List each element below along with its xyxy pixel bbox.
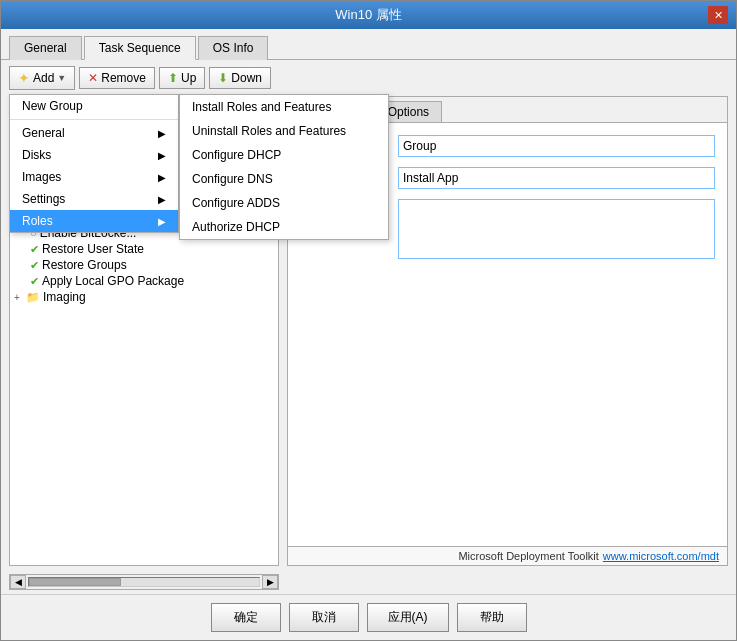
menu-item-configure-dns[interactable]: Configure DNS xyxy=(180,167,388,191)
h-scrollbar-thumb[interactable] xyxy=(29,578,121,586)
remove-button[interactable]: ✕ Remove xyxy=(79,67,155,89)
name-input[interactable] xyxy=(398,167,715,189)
tab-bar: General Task Sequence OS Info xyxy=(1,29,736,60)
toolbar: ✦ Add ▼ ✕ Remove ⬆ Up ⬇ Down New Group G… xyxy=(1,60,736,96)
remove-icon: ✕ xyxy=(88,71,98,85)
tab-task-sequence[interactable]: Task Sequence xyxy=(84,36,196,60)
submenu-arrow-roles: ▶ xyxy=(158,216,166,227)
expand-icon-imaging: + xyxy=(14,292,26,303)
ok-button[interactable]: 确定 xyxy=(211,603,281,632)
submenu-arrow-images: ▶ xyxy=(158,172,166,183)
h-scrollbar-track[interactable] xyxy=(28,577,260,587)
check-green-icon-rg: ✔ xyxy=(30,259,39,272)
submenu-arrow-general: ▶ xyxy=(158,128,166,139)
up-button[interactable]: ⬆ Up xyxy=(159,67,205,89)
tab-general[interactable]: General xyxy=(9,36,82,60)
add-dropdown-menu: New Group General ▶ Disks ▶ Images ▶ Set… xyxy=(9,94,179,233)
tree-item-restore-groups[interactable]: ✔ Restore Groups xyxy=(10,257,278,273)
submenu-arrow-settings: ▶ xyxy=(158,194,166,205)
help-button[interactable]: 帮助 xyxy=(457,603,527,632)
add-dropdown-arrow: ▼ xyxy=(57,73,66,83)
menu-item-uninstall-roles[interactable]: Uninstall Roles and Features xyxy=(180,119,388,143)
tree-item-imaging[interactable]: + 📁 Imaging xyxy=(10,289,278,305)
check-green-icon-ru: ✔ xyxy=(30,243,39,256)
menu-item-settings[interactable]: Settings ▶ xyxy=(10,188,178,210)
window-title: Win10 属性 xyxy=(29,6,708,24)
menu-item-configure-adds[interactable]: Configure ADDS xyxy=(180,191,388,215)
title-bar: Win10 属性 ✕ xyxy=(1,1,736,29)
close-button[interactable]: ✕ xyxy=(708,6,728,24)
menu-item-images[interactable]: Images ▶ xyxy=(10,166,178,188)
add-button[interactable]: ✦ Add ▼ xyxy=(9,66,75,90)
menu-item-authorize-dhcp[interactable]: Authorize DHCP xyxy=(180,215,388,239)
h-scrollbar-container: ◀ ▶ xyxy=(9,574,279,590)
menu-item-disks[interactable]: Disks ▶ xyxy=(10,144,178,166)
check-green-icon-al: ✔ xyxy=(30,275,39,288)
folder-icon-imaging: 📁 xyxy=(26,291,40,304)
scroll-right-button[interactable]: ▶ xyxy=(262,575,278,589)
scrollbar-area: ◀ ▶ xyxy=(1,574,736,594)
up-icon: ⬆ xyxy=(168,71,178,85)
menu-item-general[interactable]: General ▶ xyxy=(10,122,178,144)
main-dialog: Win10 属性 ✕ General Task Sequence OS Info… xyxy=(0,0,737,641)
menu-item-configure-dhcp[interactable]: Configure DHCP xyxy=(180,143,388,167)
tab-os-info[interactable]: OS Info xyxy=(198,36,269,60)
menu-item-new-group[interactable]: New Group xyxy=(10,95,178,117)
mdt-bar: Microsoft Deployment Toolkit www.microso… xyxy=(288,546,727,565)
apply-button[interactable]: 应用(A) xyxy=(367,603,449,632)
type-input[interactable] xyxy=(398,135,715,157)
submenu-arrow-disks: ▶ xyxy=(158,150,166,161)
roles-submenu: Install Roles and Features Uninstall Rol… xyxy=(179,94,389,240)
tree-item-restore-user[interactable]: ✔ Restore User State xyxy=(10,241,278,257)
cancel-button[interactable]: 取消 xyxy=(289,603,359,632)
bottom-bar: 确定 取消 应用(A) 帮助 xyxy=(1,594,736,640)
scroll-left-button[interactable]: ◀ xyxy=(10,575,26,589)
add-icon: ✦ xyxy=(18,70,30,86)
menu-item-install-roles[interactable]: Install Roles and Features xyxy=(180,95,388,119)
tree-item-apply-local[interactable]: ✔ Apply Local GPO Package xyxy=(10,273,278,289)
menu-item-roles[interactable]: Roles ▶ xyxy=(10,210,178,232)
mdt-link[interactable]: www.microsoft.com/mdt xyxy=(603,550,719,562)
desc-textarea[interactable] xyxy=(398,199,715,259)
down-button[interactable]: ⬇ Down xyxy=(209,67,271,89)
menu-separator-1 xyxy=(10,119,178,120)
down-icon: ⬇ xyxy=(218,71,228,85)
